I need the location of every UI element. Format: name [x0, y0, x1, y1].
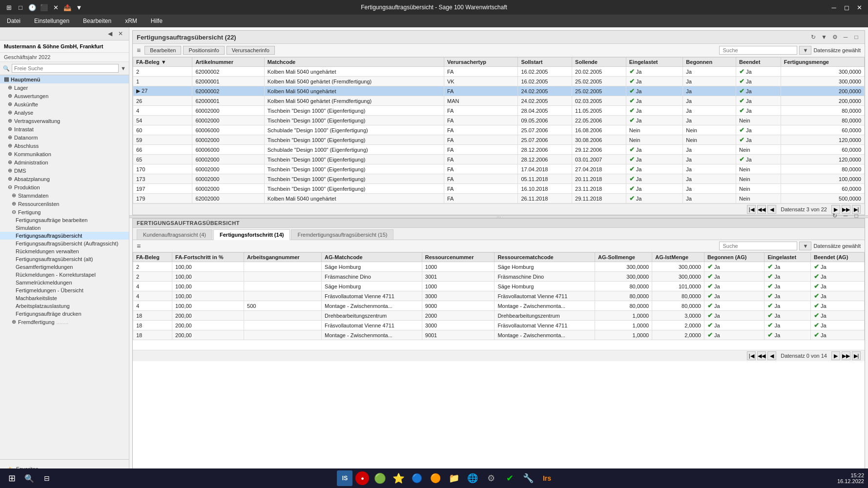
close-button[interactable]: ✕ — [854, 2, 864, 12]
table-row[interactable]: 2 100,00 Fräsmaschine Dino 3001 Fräsmasc… — [133, 272, 865, 282]
tab-kundenauftrag[interactable]: Kundenauftragsansicht (4) — [137, 229, 212, 240]
nav-ressourcenlisten[interactable]: ⊕ Ressourcenlisten — [0, 200, 129, 208]
lower-page-first[interactable]: |◀ — [747, 351, 756, 360]
page-prev[interactable]: ◀ — [767, 205, 776, 214]
nav-analyse[interactable]: ⊕ Analyse — [0, 108, 129, 117]
table-row[interactable]: 66 60006000 Schublade "Design 1000" (Eig… — [133, 145, 865, 155]
taskbar-icon-red[interactable]: ● — [355, 471, 369, 485]
bearbeiten-button[interactable]: Bearbeiten — [145, 46, 181, 55]
lower-maximize-icon[interactable]: □ — [852, 211, 861, 220]
sidebar-arrow-icon[interactable]: ◀ — [105, 29, 114, 38]
col-beendet[interactable]: Beendet — [736, 58, 781, 67]
maximize-panel-icon[interactable]: □ — [852, 33, 861, 41]
nav-fa-bearbeiten[interactable]: Fertigungsaufträge bearbeiten — [0, 216, 129, 224]
table-row[interactable]: 4 100,00 500 Montage - Zwischenmonta... … — [133, 301, 865, 311]
table-row[interactable]: ▶ 27 62000002 Kolben Mali 5040 ungehärte… — [133, 86, 865, 96]
nav-administration[interactable]: ⊕ Administration — [0, 158, 129, 166]
lcol-res-match[interactable]: Ressourcematchcode — [495, 253, 595, 262]
table-row[interactable]: 4 100,00 Säge Homburg 1000 Säge Homburg … — [133, 282, 865, 291]
nav-produktion[interactable]: ⊖ Produktion — [0, 183, 129, 191]
taskbar-icon-yellow[interactable]: ⭐ — [391, 470, 406, 486]
menu-hilfe[interactable]: Hilfe — [148, 17, 165, 25]
table-row[interactable]: 54 60002000 Tischbein "Design 1000" (Eig… — [133, 116, 865, 125]
positionsinfo-button[interactable]: Positionsinfo — [183, 46, 224, 55]
table-row[interactable]: 60 60006000 Schublade "Design 1000" (Eig… — [133, 125, 865, 135]
tb-icon4[interactable]: ✕ — [51, 2, 61, 12]
nav-auswertungen[interactable]: ⊕ Auswertungen — [0, 92, 129, 100]
col-sollstart[interactable]: Sollstart — [518, 58, 572, 67]
lower-page-prev[interactable]: ◀ — [767, 351, 776, 360]
col-sollende[interactable]: Sollende — [572, 58, 626, 67]
table-row[interactable]: 18 200,00 Montage - Zwischenmonta... 900… — [133, 330, 865, 340]
nav-rueckmeldungen[interactable]: Rückmeldungen verwalten — [0, 247, 129, 255]
nav-kommunikation[interactable]: ⊕ Kommunikation — [0, 150, 129, 158]
table-row[interactable]: 179 62002000 Kolben Mali 5040 ungehärtet… — [133, 194, 865, 203]
table-row[interactable]: 197 60002000 Tischbein "Design 1000" (Ei… — [133, 184, 865, 194]
hamburger-icon[interactable]: ≡ — [137, 46, 141, 54]
nav-korrekturstapel[interactable]: Rückmeldungen - Korrekturstapel — [0, 271, 129, 279]
app-icon[interactable]: ⊞ — [4, 2, 14, 12]
minimize-panel-icon[interactable]: ─ — [841, 33, 850, 41]
sidebar-close-icon[interactable]: ✕ — [116, 29, 125, 38]
lower-grid-container[interactable]: FA-Beleg FA-Fortschritt in % Arbeitsgang… — [133, 252, 865, 350]
nav-simulation[interactable]: Simulation — [0, 224, 129, 232]
taskbar-icon-chrome[interactable]: 🌐 — [465, 470, 480, 486]
tb-icon1[interactable]: □ — [16, 2, 25, 12]
nav-arbeitsplatz[interactable]: Arbeitsplatzauslastung — [0, 302, 129, 310]
start-button[interactable]: ⊞ — [4, 470, 20, 486]
nav-fertigmeldungen[interactable]: Fertigmeldungen - Übersicht — [0, 286, 129, 294]
taskbar-icon-sage[interactable]: IS — [337, 470, 352, 486]
menu-datei[interactable]: Datei — [4, 17, 23, 25]
nav-lager[interactable]: ⊕ Lager — [0, 83, 129, 92]
nav-fa-auftragssicht[interactable]: Fertigungsauftragsübersicht (Auftragssic… — [0, 240, 129, 247]
tb-icon6[interactable]: ▼ — [74, 2, 84, 12]
lower-page-next[interactable]: ▶ — [831, 351, 840, 360]
page-first[interactable]: |◀ — [747, 205, 756, 214]
sidebar-search-dropdown[interactable]: ▼ — [121, 65, 126, 71]
table-row[interactable]: 59 60002000 Tischbein "Design 1000" (Eig… — [133, 135, 865, 145]
taskbar-icon-app1[interactable]: ⚙ — [483, 470, 499, 486]
lower-hamburger-icon[interactable]: ≡ — [137, 242, 141, 250]
nav-abschluss[interactable]: ⊕ Abschluss — [0, 142, 129, 150]
nav-stammdaten[interactable]: ⊕ Stammdaten — [0, 191, 129, 200]
tb-icon3[interactable]: ⬛ — [39, 2, 49, 12]
menu-einstellungen[interactable]: Einstellungen — [31, 17, 72, 25]
taskview-button[interactable]: ⊟ — [39, 470, 55, 486]
filter-icon[interactable]: ▼ — [820, 33, 828, 41]
lower-page-prev-all[interactable]: ◀◀ — [757, 351, 766, 360]
lcol-agnum[interactable]: Arbeitsgangnummer — [244, 253, 322, 262]
sidebar-search-input[interactable] — [12, 64, 119, 73]
taskbar-icon-irs[interactable]: Irs — [539, 470, 555, 486]
verursacherinfo-button[interactable]: Verursacherinfo — [227, 46, 275, 55]
col-verursachertyp[interactable]: Verursachertyp — [444, 58, 517, 67]
nav-fa-alt[interactable]: Fertigungsauftragsübersicht (alt) — [0, 255, 129, 263]
lower-refresh-icon[interactable]: ↻ — [830, 211, 839, 220]
table-row[interactable]: 2 62000002 Kolben Mali 5040 ungehärtet F… — [133, 67, 865, 77]
settings-icon[interactable]: ⚙ — [830, 33, 839, 41]
lcol-istmenge[interactable]: AG-IstMenge — [652, 253, 704, 262]
nav-fertigung[interactable]: ⊖ Fertigung — [0, 208, 129, 216]
lower-page-last[interactable]: ▶| — [852, 351, 861, 360]
lcol-fortschritt[interactable]: FA-Fortschritt in % — [172, 253, 244, 262]
tb-icon5[interactable]: 📤 — [62, 2, 72, 12]
table-row[interactable]: 170 60002000 Tischbein "Design 1000" (Ei… — [133, 164, 865, 174]
lower-filter-button[interactable]: ▼ — [799, 242, 811, 250]
menu-bearbeiten[interactable]: Bearbeiten — [80, 17, 114, 25]
search-taskbar-button[interactable]: 🔍 — [21, 470, 37, 486]
table-row[interactable]: 4 100,00 Fräsvollautomat Vienne 4711 300… — [133, 291, 865, 301]
lcol-sollmenge[interactable]: AG-Sollmenge — [595, 253, 652, 262]
col-matchcode[interactable]: Matchcode — [264, 58, 444, 67]
col-begonnen[interactable]: Begonnen — [683, 58, 736, 67]
nav-fremdfertigung[interactable]: ⊕ Fremdfertigung ........ — [0, 318, 129, 326]
lcol-ag-match[interactable]: AG-Matchcode — [322, 253, 422, 262]
table-row[interactable]: 18 200,00 Fräsvollautomat Vienne 4711 30… — [133, 321, 865, 330]
taskbar-icon-app3[interactable]: 🔧 — [520, 470, 536, 486]
nav-sammelrueck[interactable]: Sammelrückmeldungen — [0, 279, 129, 286]
lcol-beendet[interactable]: Beendet (AG) — [811, 253, 865, 262]
tab-fertigungsfortschritt[interactable]: Fertigungsfortschritt (14) — [213, 229, 290, 240]
table-row[interactable]: 4 60002000 Tischbein "Design 1000" (Eige… — [133, 106, 865, 116]
nav-fa-drucken[interactable]: Fertigungsaufträge drucken — [0, 310, 129, 318]
nav-absatzplanung[interactable]: ⊕ Absatzplanung — [0, 175, 129, 183]
nav-hauptmenu[interactable]: ▤ Hauptmenü — [0, 75, 129, 83]
nav-machbarkeit[interactable]: Machbarkeitsliste — [0, 294, 129, 302]
